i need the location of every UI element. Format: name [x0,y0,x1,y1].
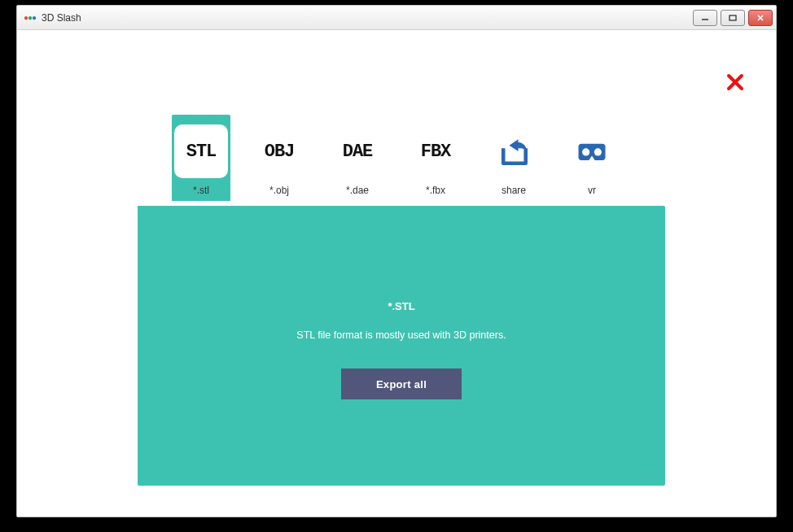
export-tabs: STL *.stl OBJ *.obj DAE *.dae FBX [17,115,776,201]
tab-label-stl: *.stl [193,185,209,196]
tab-label-fbx: *.fbx [426,185,445,196]
panel-description: STL file format is mostly used with 3D p… [138,329,665,341]
tab-share[interactable]: share [484,115,543,201]
svg-rect-1 [729,15,736,20]
tab-stl[interactable]: STL *.stl [172,115,230,201]
app-window: ●●● 3D Slash STL [16,5,777,517]
maximize-button[interactable] [721,10,745,26]
close-icon [725,72,745,92]
tab-fbx[interactable]: FBX *.fbx [406,115,465,201]
export-all-button[interactable]: Export all [341,368,462,399]
dae-icon: DAE [331,124,384,178]
stl-icon: STL [174,124,228,178]
obj-icon: OBJ [252,124,306,178]
panel-title: *.STL [138,300,665,312]
close-dialog-button[interactable] [722,69,748,95]
tab-dae[interactable]: DAE *.dae [328,115,387,201]
minimize-button[interactable] [693,10,717,26]
window-title: 3D Slash [42,12,81,24]
tab-label-dae: *.dae [346,185,369,196]
export-panel: *.STL STL file format is mostly used wit… [138,206,665,486]
window-controls [693,10,773,26]
content-area: STL *.stl OBJ *.obj DAE *.dae FBX [17,30,776,517]
vr-icon [565,124,619,178]
tab-obj[interactable]: OBJ *.obj [250,115,309,201]
svg-point-7 [582,148,589,155]
share-icon [487,124,541,178]
svg-point-8 [594,148,602,155]
tab-label-obj: *.obj [269,185,289,196]
tab-label-vr: vr [588,185,596,196]
tab-label-share: share [502,185,526,196]
window-close-button[interactable] [748,10,773,26]
tab-vr[interactable]: vr [563,115,621,201]
app-icon: ●●● [24,11,37,24]
fbx-icon: FBX [409,124,462,178]
titlebar: ●●● 3D Slash [17,6,776,30]
